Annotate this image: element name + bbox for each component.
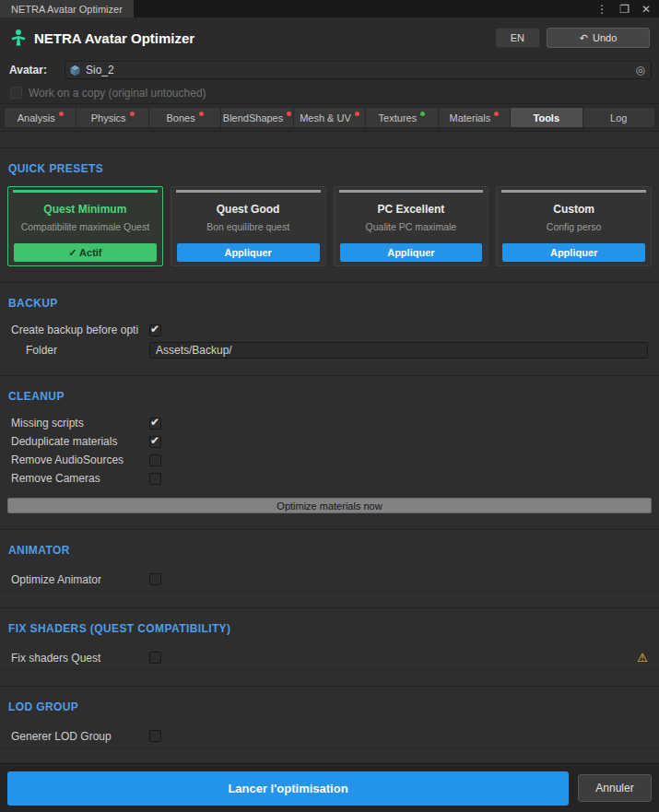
tab-label: Tools — [534, 112, 560, 124]
cleanup-row-remove-audiosources: Remove AudioSources — [0, 451, 659, 469]
quick-presets-title: QUICK PRESETS — [0, 162, 659, 175]
preset-card-quest-minimum: Quest Minimum Compatibilite maximale Que… — [7, 186, 163, 266]
fix-shaders-checkbox[interactable] — [149, 652, 161, 664]
language-button[interactable]: EN — [495, 28, 540, 48]
tab-tools[interactable]: Tools — [511, 107, 583, 128]
close-icon[interactable]: ✕ — [641, 4, 651, 15]
preset-cards: Quest Minimum Compatibilite maximale Que… — [0, 186, 659, 266]
tab-log[interactable]: Log — [583, 107, 655, 128]
preset-active-button[interactable]: ✓ Actif — [14, 243, 157, 262]
preset-apply-button[interactable]: Appliquer — [177, 243, 320, 262]
section-quick-presets: QUICK PRESETS Quest Minimum Compatibilit… — [0, 147, 659, 266]
netra-window: NETRA Avatar Optimizer ⋮ ❐ ✕ NETRA Avata… — [0, 0, 659, 812]
preset-name: Custom — [500, 203, 647, 216]
tab-blendshapes[interactable]: BlendShapes — [221, 107, 293, 128]
remove-cameras-checkbox[interactable] — [149, 473, 161, 485]
backup-title: BACKUP — [0, 297, 659, 310]
section-lod-group: LOD GROUP Generer LOD Group — [0, 686, 659, 748]
cleanup-row-deduplicate-materials: Deduplicate materials — [0, 432, 659, 451]
tab-textures[interactable]: Textures — [366, 107, 438, 128]
cleanup-row-remove-cameras: Remove Cameras — [0, 469, 659, 488]
preset-apply-button[interactable]: Appliquer — [340, 243, 483, 262]
avatar-row: Avatar: Sio_2 ◎ — [0, 58, 659, 82]
maximize-icon[interactable]: ❐ — [619, 4, 630, 15]
section-animator: ANIMATOR Optimize Animator — [0, 529, 659, 592]
cancel-button[interactable]: Annuler — [578, 774, 652, 802]
status-dot-red — [130, 112, 135, 116]
window-tab[interactable]: NETRA Avatar Optimizer — [0, 0, 134, 18]
footer-actions: Lancer l'optimisation Annuler — [0, 763, 659, 812]
tab-label: Textures — [379, 112, 418, 124]
backup-folder-row: Folder — [0, 341, 659, 359]
undo-button-label: Undo — [593, 32, 617, 43]
work-on-copy-label: Work on a copy (original untouched) — [29, 87, 206, 100]
status-dot-red — [355, 112, 359, 116]
fix-shaders-row: Fix shaders Quest ⚠ — [0, 646, 659, 670]
remove-audiosources-checkbox[interactable] — [149, 454, 161, 466]
tab-label: BlendShapes — [223, 112, 283, 124]
section-backup: BACKUP Create backup before opti Folder — [0, 282, 659, 359]
tab-bar: Analysis Physics Bones BlendShapes Mesh … — [0, 104, 659, 132]
folder-input[interactable] — [149, 342, 648, 359]
remove-audiosources-label: Remove AudioSources — [11, 453, 149, 466]
warning-icon: ⚠ — [637, 652, 648, 664]
preset-card-pc-excellent: PC Excellent Qualite PC maximale Appliqu… — [334, 186, 489, 266]
generate-lod-label: Generer LOD Group — [11, 730, 149, 743]
preset-description: Config perso — [500, 221, 647, 232]
preset-name: Quest Minimum — [12, 203, 159, 216]
tab-label: Materials — [450, 112, 491, 124]
preset-description: Qualite PC maximale — [338, 221, 485, 232]
work-on-copy-checkbox[interactable] — [10, 87, 22, 99]
menu-icon[interactable]: ⋮ — [596, 4, 607, 15]
optimize-materials-button[interactable]: Optimize materials now — [7, 498, 652, 513]
lod-group-title: LOD GROUP — [0, 700, 659, 713]
deduplicate-materials-checkbox[interactable] — [149, 436, 161, 448]
avatar-object-field[interactable]: Sio_2 ◎ — [65, 61, 652, 79]
preset-card-quest-good: Quest Good Bon equilibre quest Appliquer — [171, 186, 326, 266]
cleanup-row-missing-scripts: Missing scripts — [0, 414, 659, 432]
optimize-animator-row: Optimize Animator — [0, 568, 659, 592]
fix-shaders-title: FIX SHADERS (QUEST COMPATIBILITY) — [0, 622, 659, 635]
tab-bones[interactable]: Bones — [149, 107, 221, 128]
prefab-cube-icon — [69, 65, 81, 76]
launch-optimization-button[interactable]: Lancer l'optimisation — [7, 771, 569, 806]
section-fix-shaders: FIX SHADERS (QUEST COMPATIBILITY) Fix sh… — [0, 607, 659, 670]
animator-title: ANIMATOR — [0, 544, 659, 557]
tab-mesh-uv[interactable]: Mesh & UV — [294, 107, 366, 128]
preset-name: PC Excellent — [338, 203, 485, 216]
folder-label: Folder — [11, 344, 149, 357]
status-dot-red — [494, 112, 499, 116]
status-dot-red — [59, 112, 64, 116]
optimize-animator-checkbox[interactable] — [149, 573, 161, 585]
status-dot-red — [199, 112, 204, 116]
work-on-copy-row: Work on a copy (original untouched) — [0, 82, 659, 104]
object-picker-icon[interactable]: ◎ — [636, 64, 647, 76]
create-backup-label: Create backup before opti — [11, 324, 149, 336]
tab-materials[interactable]: Materials — [439, 107, 511, 128]
undo-icon: ↶ — [580, 32, 588, 44]
status-dot-green — [420, 112, 425, 116]
generate-lod-row: Generer LOD Group — [0, 724, 659, 748]
generate-lod-checkbox[interactable] — [149, 730, 161, 742]
preset-name: Quest Good — [175, 203, 322, 216]
cleanup-title: CLEANUP — [0, 390, 659, 403]
window-tab-title: NETRA Avatar Optimizer — [11, 4, 123, 15]
preset-description: Compatibilite maximale Quest — [12, 221, 159, 232]
missing-scripts-checkbox[interactable] — [149, 418, 161, 430]
remove-cameras-label: Remove Cameras — [11, 472, 149, 485]
missing-scripts-label: Missing scripts — [11, 417, 149, 430]
os-titlebar: NETRA Avatar Optimizer ⋮ ❐ ✕ — [0, 0, 659, 18]
preset-card-custom: Custom Config perso Appliquer — [496, 186, 652, 266]
preset-apply-button[interactable]: Appliquer — [502, 243, 645, 262]
preset-description: Bon equilibre quest — [175, 221, 322, 232]
page-title: NETRA Avatar Optimizer — [34, 30, 194, 46]
tab-label: Mesh & UV — [300, 112, 351, 124]
status-dot-red — [287, 112, 291, 116]
tab-analysis[interactable]: Analysis — [4, 107, 76, 128]
undo-button[interactable]: ↶ Undo — [547, 28, 650, 48]
tab-physics[interactable]: Physics — [76, 107, 148, 128]
tab-label: Physics — [91, 112, 126, 124]
section-cleanup: CLEANUP Missing scripts Deduplicate mate… — [0, 375, 659, 513]
create-backup-checkbox[interactable] — [149, 324, 161, 336]
avatar-label: Avatar: — [9, 64, 57, 76]
